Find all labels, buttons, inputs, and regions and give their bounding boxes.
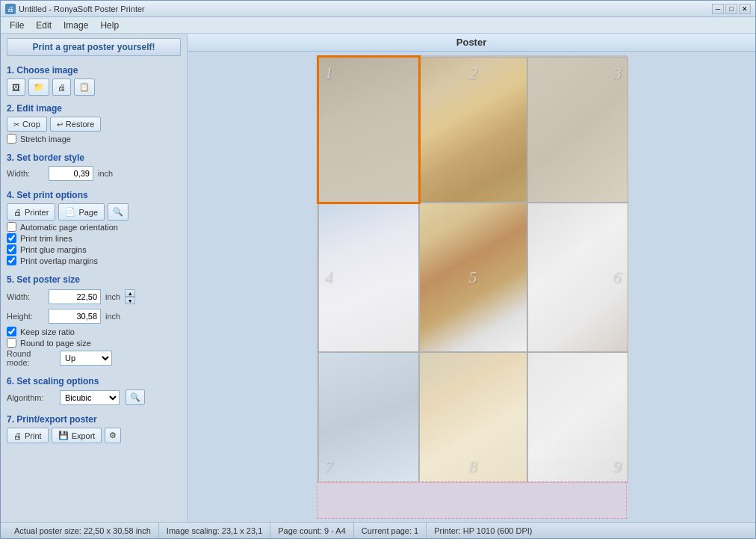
cell-label-8: 8 bbox=[469, 457, 477, 476]
print-option-buttons: 🖨 Printer 📄 Page 🔍 bbox=[7, 203, 181, 221]
scan-icon: 🖨 bbox=[58, 83, 66, 92]
crop-icon: ✂ bbox=[13, 120, 19, 129]
print-btn-icon: 🖨 bbox=[13, 431, 22, 440]
stretch-label: Stretch image bbox=[20, 135, 71, 144]
poster-header: Poster bbox=[188, 34, 755, 52]
auto-orient-checkbox[interactable] bbox=[7, 222, 16, 232]
poster-width-input[interactable] bbox=[49, 289, 101, 304]
poster-cell-5[interactable]: 5 bbox=[419, 203, 527, 352]
clipboard-button[interactable]: 📋 bbox=[74, 78, 95, 96]
preview-icon: 🔍 bbox=[113, 207, 123, 217]
section-choose-image: 1. Choose image 🖼 📁 🖨 📋 bbox=[7, 62, 181, 96]
round-mode-row: Round mode: Up Down Nearest bbox=[7, 349, 181, 367]
poster-cell-1[interactable]: 1 bbox=[318, 57, 419, 203]
print-button[interactable]: 🖨 Print bbox=[7, 428, 49, 443]
round-page-label: Round to page size bbox=[20, 339, 91, 348]
poster-visual: 1 2 3 bbox=[317, 55, 627, 481]
round-mode-select[interactable]: Up Down Nearest bbox=[60, 351, 112, 366]
overlap-margins-checkbox[interactable] bbox=[7, 256, 16, 265]
poster-cell-4[interactable]: 4 bbox=[318, 203, 419, 352]
main-window: 🖨 Untitled - RonyaSoft Poster Printer ─ … bbox=[0, 0, 756, 539]
round-mode-label: Round mode: bbox=[7, 349, 55, 367]
crop-button[interactable]: ✂ Crop bbox=[7, 117, 47, 132]
image-buttons: 🖼 📁 🖨 📋 bbox=[7, 78, 181, 96]
poster-wrapper: 1 2 3 bbox=[317, 55, 627, 519]
poster-height-row: Height: inch bbox=[7, 307, 181, 325]
edit-buttons: ✂ Crop ↩ Restore bbox=[7, 117, 181, 132]
section7-title: 7. Print/export poster bbox=[7, 414, 181, 425]
border-width-unit: inch bbox=[98, 169, 113, 178]
width-down-button[interactable]: ▼ bbox=[125, 297, 135, 304]
restore-icon: ↩ bbox=[57, 120, 63, 129]
menu-help[interactable]: Help bbox=[94, 19, 125, 32]
page-button[interactable]: 📄 Page bbox=[58, 203, 105, 221]
section-scaling: 6. Set scaling options Algorithm: Bicubi… bbox=[7, 373, 181, 407]
poster-cell-7[interactable]: 7 bbox=[318, 352, 419, 483]
cell-label-7: 7 bbox=[325, 457, 333, 476]
algorithm-label: Algorithm: bbox=[7, 393, 55, 402]
export-settings-button[interactable]: ⚙ bbox=[105, 428, 121, 443]
menu-file[interactable]: File bbox=[4, 19, 30, 32]
printer-button[interactable]: 🖨 Printer bbox=[7, 203, 55, 221]
border-width-row: Width: inch bbox=[7, 166, 181, 181]
menu-image[interactable]: Image bbox=[58, 19, 94, 32]
close-button[interactable]: ✕ bbox=[739, 4, 751, 14]
poster-cell-2[interactable]: 2 bbox=[419, 57, 527, 203]
cell-label-9: 9 bbox=[613, 457, 622, 476]
page-icon: 📄 bbox=[65, 207, 75, 217]
cell-label-4: 4 bbox=[325, 268, 333, 287]
section-edit-image: 2. Edit image ✂ Crop ↩ Restore Stretch i… bbox=[7, 100, 181, 145]
print-preview-button[interactable]: 🔍 bbox=[108, 203, 128, 221]
stretch-checkbox[interactable] bbox=[7, 134, 16, 144]
section1-title: 1. Choose image bbox=[7, 65, 181, 76]
open-file-button[interactable]: 🖼 bbox=[7, 78, 25, 96]
open-folder-icon: 📁 bbox=[34, 82, 44, 92]
algorithm-select[interactable]: Bicubic Bilinear Nearest neighbor bbox=[60, 390, 120, 405]
status-current-page: Current page: 1 bbox=[354, 523, 427, 538]
glue-margins-checkbox[interactable] bbox=[7, 244, 16, 254]
poster-height-input[interactable] bbox=[49, 309, 101, 324]
panel-header: Print a great poster yourself! bbox=[7, 38, 181, 56]
width-up-button[interactable]: ▲ bbox=[125, 289, 135, 297]
poster-cell-3[interactable]: 3 bbox=[527, 57, 628, 203]
status-printer: Printer: HP 1010 (600 DPI) bbox=[427, 523, 539, 538]
round-page-checkbox[interactable] bbox=[7, 338, 16, 348]
menu-bar: File Edit Image Help bbox=[1, 17, 755, 34]
zoom-button[interactable]: 🔍 bbox=[126, 389, 145, 405]
algorithm-row: Algorithm: Bicubic Bilinear Nearest neig… bbox=[7, 389, 181, 405]
status-image-scaling: Image scaling: 23,1 x 23,1 bbox=[159, 523, 270, 538]
poster-cell-9[interactable]: 9 bbox=[527, 352, 628, 483]
export-button[interactable]: 💾 Export bbox=[52, 428, 102, 443]
minimize-button[interactable]: ─ bbox=[712, 4, 724, 14]
auto-orient-label: Automatic page orientation bbox=[20, 223, 118, 232]
round-page-row: Round to page size bbox=[7, 338, 181, 348]
poster-cell-8[interactable]: 8 bbox=[419, 352, 527, 483]
keep-ratio-checkbox[interactable] bbox=[7, 327, 16, 336]
window-title: Untitled - RonyaSoft Poster Printer bbox=[19, 4, 145, 13]
overlap-margins-row: Print overlap margins bbox=[7, 256, 181, 265]
poster-row-3: 7 8 9 bbox=[318, 352, 628, 483]
maximize-button[interactable]: □ bbox=[725, 4, 737, 14]
open-file-icon: 🖼 bbox=[12, 83, 20, 92]
section6-title: 6. Set scaling options bbox=[7, 376, 181, 386]
zoom-icon: 🔍 bbox=[130, 392, 140, 402]
stretch-row: Stretch image bbox=[7, 134, 181, 144]
status-bar: Actual poster size: 22,50 x 30,58 inch I… bbox=[1, 522, 755, 538]
section3-title: 3. Set border style bbox=[7, 153, 181, 163]
open-folder-button[interactable]: 📁 bbox=[28, 78, 49, 96]
left-panel: Print a great poster yourself! 1. Choose… bbox=[1, 34, 188, 522]
poster-cell-6[interactable]: 6 bbox=[527, 203, 628, 352]
border-width-label: Width: bbox=[7, 169, 44, 178]
menu-edit[interactable]: Edit bbox=[30, 19, 58, 32]
poster-row-1: 1 2 3 bbox=[318, 57, 628, 203]
scan-button[interactable]: 🖨 bbox=[52, 78, 71, 96]
glue-margins-row: Print glue margins bbox=[7, 244, 181, 254]
trim-lines-checkbox[interactable] bbox=[7, 233, 16, 243]
trim-lines-label: Print trim lines bbox=[20, 234, 72, 243]
border-width-input[interactable] bbox=[49, 166, 93, 181]
overlap-margins-label: Print overlap margins bbox=[20, 256, 98, 265]
poster-area[interactable]: 1 2 3 bbox=[188, 52, 755, 522]
export-settings-icon: ⚙ bbox=[109, 431, 117, 440]
cell-label-2: 2 bbox=[469, 64, 477, 83]
restore-button[interactable]: ↩ Restore bbox=[50, 117, 102, 132]
